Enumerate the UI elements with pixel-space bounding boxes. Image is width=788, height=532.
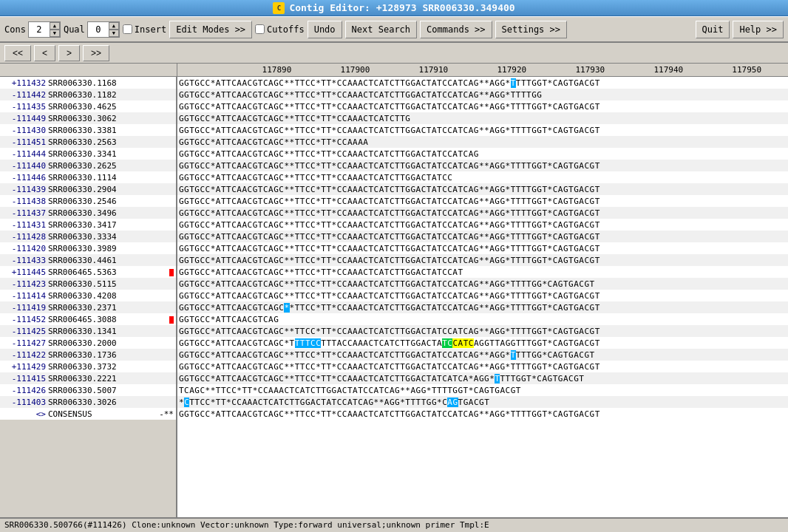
seq-row[interactable]: GGTGCC*ATTCAACGTCAGC**TTCC*TT*CCAAACTCAT… <box>177 100 788 112</box>
col-name: SRR006330.3989 <box>48 244 133 253</box>
seq-text: GGTGCC*ATTCAACGTCAGC**TTCC*TT*CCAAACTCAT… <box>177 149 479 159</box>
insert-checkbox[interactable] <box>123 24 132 34</box>
insert-checkbox-label[interactable]: Insert <box>123 24 166 35</box>
col-name: SRR006465.5363 <box>48 267 133 277</box>
qual-spinner[interactable]: ▲ ▼ <box>87 21 120 38</box>
seq-row[interactable]: GGTGCC*ATTCAACGTCAGC**TTCC*TT*CCAAACTCAT… <box>177 290 788 301</box>
seq-row[interactable]: GGTGCC*ATTCAACGTCAGC**TTCC*TT*CCAAACTCAT… <box>177 195 788 207</box>
seq-row[interactable]: GGTGCC*ATTCAACGTCAGC**TTCC*TT*CCAAACTCAT… <box>177 77 788 89</box>
edit-modes-button[interactable]: Edit Modes >> <box>169 21 252 38</box>
seq-row[interactable]: GGTGCC*ATTCAACGTCAGC**TTCC*TT*CCAAACTCAT… <box>177 124 788 136</box>
nav-bar: << < > >> <box>0 43 788 64</box>
seq-row[interactable]: GGTGCC*ATTCAACGTCAGC**TTCC*TT*CCAAACTCAT… <box>177 160 788 171</box>
label-row: -111420SRR006330.3989 <box>0 242 176 254</box>
seq-row[interactable]: GGTGCC*ATTCAACGTCAGC**TTCC*TT*CCAAACTCAT… <box>177 278 788 290</box>
settings-button[interactable]: Settings >> <box>495 21 567 38</box>
cons-up-arrow[interactable]: ▲ <box>50 22 60 30</box>
seq-text: GGTGCC*ATTCAACGTCAGC**TTCC*TT*CCAAACTCAT… <box>177 303 600 313</box>
col-pos: -111444 <box>0 149 48 159</box>
seq-row[interactable]: GGTGCC*ATTCAACGTCAGC**TTCC*TT*CCAAACTCAT… <box>177 183 788 195</box>
col-pos: -111431 <box>0 220 48 230</box>
cutoffs-checkbox[interactable] <box>255 24 265 34</box>
seq-row[interactable]: GGTGCC*ATTCAACGTCAGC**TTCC*TT*CCAAACTCAT… <box>177 242 788 254</box>
toolbar-right: Quit Help >> <box>696 21 784 38</box>
cutoffs-checkbox-label[interactable]: Cutoffs <box>255 24 305 35</box>
cons-arrows: ▲ ▼ <box>50 22 60 37</box>
quit-button[interactable]: Quit <box>696 21 730 38</box>
seq-row[interactable]: GGTGCC*ATTCAACGTCAGC**TTCC*TT*CCAAAA <box>177 136 788 148</box>
col-pos: -111419 <box>0 303 48 313</box>
label-row: -111430SRR006330.3381 <box>0 124 176 136</box>
seq-row[interactable]: GGTGCC*ATTCAACGTCAGC**TTCC*TT*CCAAACTCAT… <box>177 207 788 219</box>
qual-down-arrow[interactable]: ▼ <box>109 30 119 37</box>
seq-row[interactable]: GGTGCC*ATTCAACGTCAG <box>177 313 788 325</box>
seq-row[interactable]: GGTGCC*ATTCAACGTCAGC**TTCC*TT*CCAAACTCAT… <box>177 254 788 266</box>
sequence-area[interactable]: GGTGCC*ATTCAACGTCAGC**TTCC*TT*CCAAACTCAT… <box>177 77 788 517</box>
seq-text: GGTGCC*ATTCAACGTCAGC**TTCC*TT*CCAAACTCAT… <box>177 208 600 218</box>
seq-row[interactable]: GGTGCC*ATTCAACGTCAGC**TTCC*TT*CCAAACTCAT… <box>177 171 788 183</box>
seq-row[interactable]: GGTGCC*ATTCAACGTCAGC**TTCC*TT*CCAAACTCAT… <box>177 301 788 313</box>
cons-input[interactable] <box>29 22 50 37</box>
seq-text: GGTGCC*ATTCAACGTCAGC**TTCC*TT*CCAAACTCAT… <box>177 161 600 171</box>
seq-row[interactable]: GGTGCC*ATTCAACGTCAGC**TTCC*TT*CCAAACTCAT… <box>177 148 788 160</box>
col-pos: -111438 <box>0 197 48 206</box>
seq-row[interactable]: GGTGCC*ATTCAACGTCAGC**TTCC*TT*CCAAACTCAT… <box>177 231 788 242</box>
col-pos: -111435 <box>0 102 48 112</box>
label-row: -111439SRR006330.2904 <box>0 183 176 195</box>
cons-spinner[interactable]: ▲ ▼ <box>28 21 61 38</box>
seq-row[interactable]: GGTGCC*ATTCAACGTCAGC*TTTTCCTTTACCAAACTCA… <box>177 337 788 349</box>
seq-row[interactable]: GGTGCC*ATTCAACGTCAGC**TTCC*TT*CCAAACTCAT… <box>177 325 788 337</box>
cons-down-arrow[interactable]: ▼ <box>50 30 60 37</box>
col-pos: +111429 <box>0 362 48 372</box>
seq-text: GGTGCC*ATTCAACGTCAGC**TTCC*TT*CCAAACTCAT… <box>177 409 600 419</box>
seq-row[interactable]: GGTGCC*ATTCAACGTCAGC**TTCC*TT*CCAAACTCAT… <box>177 372 788 384</box>
col-pos: -111440 <box>0 161 48 171</box>
col-name: SRR006330.3026 <box>48 398 133 407</box>
nav-last-button[interactable]: >> <box>83 45 109 61</box>
col-name: SRR006330.2371 <box>48 303 133 313</box>
seq-row[interactable]: GGTGCC*ATTCAACGTCAGC**TTCC*TT*CCAAACTCAT… <box>177 112 788 124</box>
label-row: -111426SRR006330.5007 <box>0 384 176 396</box>
seq-row[interactable]: GGTGCC*ATTCAACGTCAGC**TTCC*TT*CCAAACTCAT… <box>177 219 788 231</box>
seq-row[interactable]: *CTTCC*TT*CCAAACTCATCTTGGACTATCCATCAG**A… <box>177 396 788 408</box>
seq-row[interactable]: GGTGCC*ATTCAACGTCAGC**TTCC*TT*CCAAACTCAT… <box>177 89 788 100</box>
qual-input[interactable] <box>88 22 109 37</box>
seq-row[interactable]: GGTGCC*ATTCAACGTCAGC**TTCC*TT*CCAAACTCAT… <box>177 408 788 420</box>
col-score <box>133 315 176 324</box>
help-button[interactable]: Help >> <box>733 21 784 38</box>
row-labels: +111432SRR006330.1168-111442SRR006330.11… <box>0 77 177 517</box>
ruler-area: 117890 117900 117910 117920 117930 11794… <box>177 64 788 76</box>
nav-prev-button[interactable]: < <box>34 45 55 61</box>
qual-group: Qual ▲ ▼ <box>64 21 120 38</box>
nav-first-button[interactable]: << <box>4 45 31 61</box>
seq-text: GGTGCC*ATTCAACGTCAGC**TTCC*TT*CCAAACTCAT… <box>177 362 600 372</box>
seq-row[interactable]: GGTGCC*ATTCAACGTCAGC**TTCC*TT*CCAAACTCAT… <box>177 349 788 361</box>
seq-row[interactable]: GGTGCC*ATTCAACGTCAGC**TTCC*TT*CCAAACTCAT… <box>177 266 788 278</box>
label-row: -111427SRR006330.2000 <box>0 337 176 349</box>
col-pos: -111426 <box>0 386 48 395</box>
seq-row[interactable]: TCAGC**TTCC*TT*CCAAACTCATCTTGGACTATCCATC… <box>177 384 788 396</box>
col-pos: -111423 <box>0 279 48 289</box>
col-name: SRR006330.2625 <box>48 161 133 171</box>
undo-button[interactable]: Undo <box>308 21 342 38</box>
toolbar: Cons ▲ ▼ Qual ▲ ▼ Insert Edit Modes >> C… <box>0 16 788 43</box>
seq-text: GGTGCC*ATTCAACGTCAGC*TTTTCCTTTACCAAACTCA… <box>177 338 600 348</box>
col-name: SRR006330.3334 <box>48 232 133 242</box>
col-name: SRR006330.2546 <box>48 197 133 206</box>
label-row: -111423SRR006330.5115 <box>0 278 176 290</box>
seq-text: GGTGCC*ATTCAACGTCAGC**TTCC*TT*CCAAACTCAT… <box>177 232 600 242</box>
label-row: -111449SRR006330.3062 <box>0 112 176 124</box>
next-search-button[interactable]: Next Search <box>345 21 417 38</box>
label-row: -111414SRR006330.4208 <box>0 290 176 301</box>
seq-row[interactable]: GGTGCC*ATTCAACGTCAGC**TTCC*TT*CCAAACTCAT… <box>177 361 788 372</box>
commands-button[interactable]: Commands >> <box>420 21 492 38</box>
col-pos: -111428 <box>0 232 48 242</box>
seq-text: GGTGCC*ATTCAACGTCAG <box>177 315 279 324</box>
qual-up-arrow[interactable]: ▲ <box>109 22 119 30</box>
nav-next-button[interactable]: > <box>58 45 80 61</box>
seq-text: GGTGCC*ATTCAACGTCAGC**TTCC*TT*CCAAACTCAT… <box>177 78 600 88</box>
sequence-container: +111432SRR006330.1168-111442SRR006330.11… <box>0 77 788 517</box>
col-name: SRR006330.1341 <box>48 327 133 336</box>
seq-text: GGTGCC*ATTCAACGTCAGC**TTCC*TT*CCAAACTCAT… <box>177 102 600 112</box>
label-row: -111446SRR006330.1114 <box>0 171 176 183</box>
